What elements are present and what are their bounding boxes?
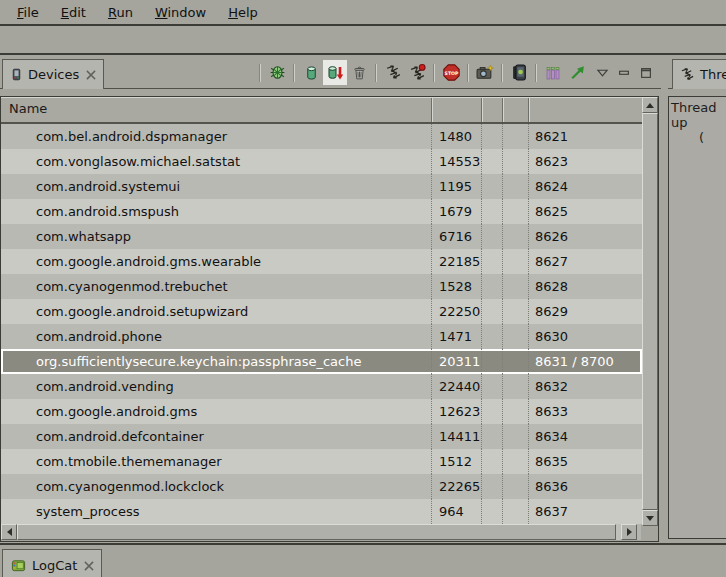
table-row[interactable]: system_process 964 8637 [1,499,642,524]
heap-dump-icon [327,65,344,81]
table-row[interactable]: com.tmobile.thememanager 1512 8635 [1,449,642,474]
menu-file-label: ile [24,5,39,20]
close-icon[interactable] [84,561,94,571]
debug-process-button[interactable] [265,60,289,85]
table-row[interactable]: com.cyanogenmod.lockclock 22265 8636 [1,474,642,499]
menu-window-mnemonic: W [155,5,168,20]
empty-cell [502,474,528,499]
process-pid: 1679 [431,199,481,224]
menu-help-mnemonic: H [228,5,238,20]
process-port: 8633 [528,399,642,424]
column-resize-handle[interactable] [481,98,483,122]
scroll-up-button[interactable] [642,97,658,113]
process-port: 8627 [528,249,642,274]
screen-capture-button[interactable] [473,60,497,85]
close-icon[interactable] [86,70,96,80]
empty-cell [481,149,502,174]
table-row[interactable]: com.android.vending 22440 8632 [1,374,642,399]
tab-logcat-label: LogCat [32,558,77,573]
svg-text:STOP: STOP [444,71,458,76]
horizontal-scroll-thumb[interactable] [17,524,616,540]
devices-tabbar: Devices [0,57,661,89]
process-name: com.bel.android.dspmanager [1,124,431,149]
empty-cell [481,174,502,199]
tab-logcat[interactable]: LogCat [2,549,102,577]
column-resize-handle[interactable] [431,98,433,122]
tab-devices[interactable]: Devices [2,59,104,89]
empty-cell [502,399,528,424]
menu-edit-mnemonic: E [61,5,69,20]
process-pid: 6716 [431,224,481,249]
table-row[interactable]: com.android.defcontainer 14411 8634 [1,424,642,449]
system-info-button[interactable] [541,60,565,85]
scroll-down-button[interactable] [642,510,658,526]
process-port: 8636 [528,474,642,499]
scroll-left-button[interactable] [1,524,17,540]
reset-adb-button[interactable] [565,60,589,85]
device-screen-button[interactable] [507,60,531,85]
column-header-name[interactable]: Name [9,101,47,116]
threads-message-area: Thread up ( [668,96,726,539]
process-name: system_process [1,499,431,524]
table-row[interactable]: com.android.smspush 1679 8625 [1,199,642,224]
process-pid: 12623 [431,399,481,424]
minimize-button[interactable] [615,63,633,83]
process-name: com.tmobile.thememanager [1,449,431,474]
menu-file[interactable]: File [6,2,50,23]
vertical-scroll-thumb[interactable] [642,113,658,510]
scroll-right-button[interactable] [621,524,637,540]
logcat-icon [10,558,27,573]
update-threads-button[interactable] [381,60,405,85]
stop-process-button[interactable]: STOP [439,60,463,85]
process-name: com.android.defcontainer [1,424,431,449]
toolbar-separator [467,64,469,82]
table-row[interactable]: com.bel.android.dspmanager 1480 8621 [1,124,642,149]
heap-icon [304,65,319,81]
table-row[interactable]: com.google.android.gms.wearable 22185 86… [1,249,642,274]
process-port: 8631 / 8700 [528,349,642,374]
horizontal-scrollbar[interactable] [1,524,641,540]
cause-gc-button[interactable] [347,60,371,85]
logcat-panel: LogCat [0,543,726,577]
menu-run[interactable]: Run [97,2,144,23]
column-resize-handle[interactable] [502,98,504,122]
toolbar-separator [259,64,261,82]
menu-window[interactable]: Window [144,2,217,23]
threads-message-line1: Thread up [671,100,726,130]
table-header[interactable]: Name [1,97,642,124]
table-row[interactable]: com.android.phone 1471 8630 [1,324,642,349]
table-row[interactable]: org.sufficientlysecure.keychain:passphra… [1,349,642,374]
view-menu-button[interactable] [593,63,611,83]
empty-cell [481,424,502,449]
table-row[interactable]: com.google.android.setupwizard 22250 862… [1,299,642,324]
process-pid: 964 [431,499,481,524]
menu-window-label: indow [167,5,206,20]
maximize-button[interactable] [637,63,655,83]
menu-help[interactable]: Help [217,2,269,23]
threads-tabbar: Threads [668,57,726,89]
table-row[interactable]: com.whatsapp 6716 8626 [1,224,642,249]
menu-edit[interactable]: Edit [50,2,97,23]
vertical-scrollbar[interactable] [642,97,658,526]
table-row[interactable]: com.android.systemui 1195 8624 [1,174,642,199]
update-heap-button[interactable] [299,60,323,85]
table-row[interactable]: com.cyanogenmod.trebuchet 1528 8628 [1,274,642,299]
empty-cell [481,124,502,149]
process-name: com.google.android.setupwizard [1,299,431,324]
threads-icon [680,67,695,82]
process-port: 8635 [528,449,642,474]
column-resize-handle[interactable] [528,98,530,122]
process-pid: 14411 [431,424,481,449]
table-row[interactable]: com.vonglasow.michael.satstat 14553 8623 [1,149,642,174]
empty-cell [502,324,528,349]
tab-threads[interactable]: Threads [672,59,726,89]
table-row[interactable]: com.google.android.gms 12623 8633 [1,399,642,424]
dump-hprof-button[interactable] [323,60,347,85]
process-port: 8628 [528,274,642,299]
process-name: com.whatsapp [1,224,431,249]
process-pid: 1195 [431,174,481,199]
empty-cell [502,124,528,149]
process-name: com.google.android.gms.wearable [1,249,431,274]
empty-cell [502,299,528,324]
start-method-profiling-button[interactable] [405,60,429,85]
